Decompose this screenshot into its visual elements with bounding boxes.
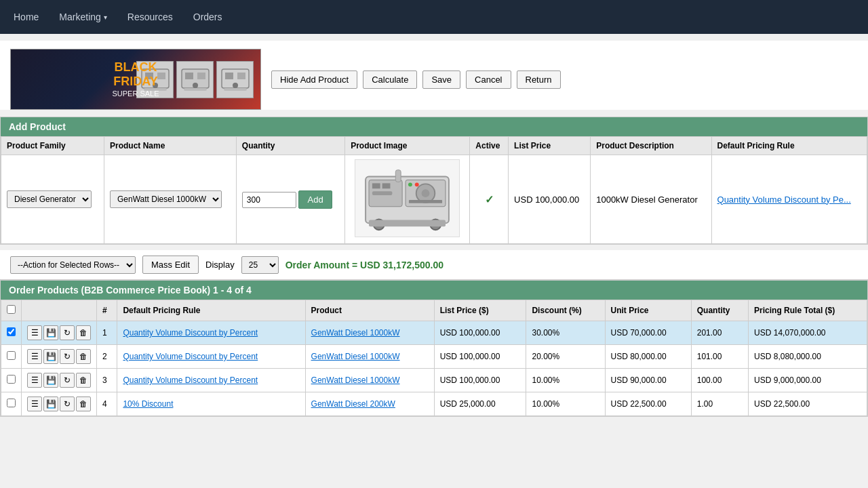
row-checkbox[interactable] [7, 375, 16, 384]
svg-rect-29 [409, 200, 442, 203]
product-link[interactable]: GenWatt Diesel 1000kW [311, 375, 400, 385]
svg-point-22 [422, 189, 430, 197]
row-checkbox[interactable] [7, 399, 16, 407]
default-pricing-rule-link[interactable]: Quantity Volume Discount by Pe... [717, 195, 851, 205]
product-description-cell: 1000kW Diesel Generator [591, 155, 711, 244]
banner-product-img-3 [216, 61, 254, 98]
calculate-button[interactable]: Calculate [363, 70, 417, 89]
add-product-table: Product Family Product Name Quantity Pro… [1, 136, 867, 244]
nav-marketing[interactable]: Marketing ▾ [59, 12, 106, 22]
edit-icon[interactable]: ☰ [27, 349, 42, 364]
row-pricing-rule-total: USD 8,080,000.00 [749, 345, 867, 369]
banner-product-img-2 [176, 61, 214, 98]
display-label: Display [205, 260, 235, 270]
col-default-pricing-rule-hdr: Default Pricing Rule [117, 300, 305, 321]
product-link[interactable]: GenWatt Diesel 200kW [311, 399, 395, 409]
row-num: 4 [97, 392, 117, 416]
row-unit-price: USD 22,500.00 [605, 392, 691, 416]
refresh-icon[interactable]: ↻ [60, 349, 75, 364]
product-link[interactable]: GenWatt Diesel 1000kW [311, 352, 400, 361]
edit-icon[interactable]: ☰ [27, 325, 42, 340]
return-button[interactable]: Return [517, 70, 561, 89]
product-family-select[interactable]: Diesel Generator Gas Generator Solar Gen… [7, 190, 92, 208]
nav-resources[interactable]: Resources [127, 12, 173, 22]
pricing-rule-link[interactable]: 10% Discount [123, 399, 173, 409]
row-quantity: 100.00 [691, 369, 748, 392]
row-product: GenWatt Diesel 1000kW [305, 369, 434, 392]
col-discount-hdr: Discount (%) [526, 300, 605, 321]
order-products-table: # Default Pricing Rule Product List Pric… [1, 300, 867, 416]
refresh-icon[interactable]: ↻ [60, 373, 75, 388]
order-products-section: Order Products (B2B Commerce Price Book)… [0, 280, 868, 417]
row-actions-cell: ☰ 💾 ↻ 🗑 [22, 369, 97, 392]
col-row-num: # [97, 300, 117, 321]
active-checkmark: ✓ [485, 194, 494, 205]
delete-icon[interactable]: 🗑 [76, 373, 91, 388]
col-select-all [1, 300, 22, 321]
row-quantity: 1.00 [691, 392, 748, 416]
add-product-row: Diesel Generator Gas Generator Solar Gen… [1, 155, 867, 244]
copy-icon[interactable]: 💾 [43, 373, 58, 388]
row-checkbox-cell [1, 321, 22, 345]
pricing-rule-link[interactable]: Quantity Volume Discount by Percent [123, 352, 258, 361]
action-select[interactable]: --Action for Selected Rows-- [10, 256, 136, 274]
row-actions-cell: ☰ 💾 ↻ 🗑 [22, 321, 97, 345]
product-name-select[interactable]: GenWatt Diesel 1000kW GenWatt Diesel 200… [110, 190, 222, 208]
row-list-price: USD 100,000.00 [434, 369, 526, 392]
row-product: GenWatt Diesel 1000kW [305, 345, 434, 369]
table-row: ☰ 💾 ↻ 🗑 4 10% Discount GenWatt Diesel 20… [1, 392, 867, 416]
hide-add-product-button[interactable]: Hide Add Product [271, 70, 357, 89]
add-product-header: Add Product [1, 117, 867, 136]
copy-icon[interactable]: 💾 [43, 325, 58, 340]
edit-icon[interactable]: ☰ [27, 373, 42, 388]
row-unit-price: USD 70,000.00 [605, 321, 691, 345]
col-pricing-rule-total-hdr: Pricing Rule Total ($) [749, 300, 867, 321]
delete-icon[interactable]: 🗑 [76, 396, 91, 411]
list-price-cell: USD 100,000.00 [509, 155, 591, 244]
display-select[interactable]: 25 50 100 [241, 256, 279, 274]
svg-rect-18 [382, 183, 391, 188]
copy-icon[interactable]: 💾 [43, 349, 58, 364]
col-product-image: Product Image [345, 137, 470, 155]
refresh-icon[interactable]: ↻ [60, 325, 75, 340]
mass-edit-button[interactable]: Mass Edit [142, 256, 199, 274]
row-checkbox[interactable] [7, 327, 16, 336]
delete-icon[interactable]: 🗑 [76, 325, 91, 340]
select-all-checkbox[interactable] [7, 305, 16, 314]
save-button[interactable]: Save [422, 70, 460, 89]
edit-icon[interactable]: ☰ [27, 396, 42, 411]
row-checkbox[interactable] [7, 351, 16, 360]
row-product: GenWatt Diesel 200kW [305, 392, 434, 416]
row-quantity: 101.00 [691, 345, 748, 369]
row-unit-price: USD 80,000.00 [605, 345, 691, 369]
copy-icon[interactable]: 💾 [43, 396, 58, 411]
quantity-input[interactable] [242, 192, 296, 208]
row-default-pricing-rule: 10% Discount [117, 392, 305, 416]
refresh-icon[interactable]: ↻ [60, 396, 75, 411]
cancel-button[interactable]: Cancel [466, 70, 511, 89]
row-actions-cell: ☰ 💾 ↻ 🗑 [22, 345, 97, 369]
nav-orders[interactable]: Orders [193, 12, 222, 22]
col-default-pricing-rule: Default Pricing Rule [711, 137, 867, 155]
main-content: BLACKFRIDAYSUPER SALE [0, 34, 868, 424]
add-button[interactable]: Add [298, 190, 332, 209]
product-link[interactable]: GenWatt Diesel 1000kW [311, 328, 400, 338]
col-quantity: Quantity [236, 137, 344, 155]
col-list-price-hdr: List Price ($) [434, 300, 526, 321]
svg-rect-11 [225, 73, 233, 79]
pricing-rule-link[interactable]: Quantity Volume Discount by Percent [123, 375, 258, 385]
nav-home[interactable]: Home [14, 12, 39, 22]
product-image-cell [345, 155, 470, 244]
row-quantity: 201.00 [691, 321, 748, 345]
row-checkbox-cell [1, 345, 22, 369]
pricing-rule-link[interactable]: Quantity Volume Discount by Percent [123, 328, 258, 338]
table-row: ☰ 💾 ↻ 🗑 2 Quantity Volume Discount by Pe… [1, 345, 867, 369]
col-actions [22, 300, 97, 321]
row-pricing-rule-total: USD 9,000,000.00 [749, 369, 867, 392]
product-image [355, 159, 460, 237]
delete-icon[interactable]: 🗑 [76, 349, 91, 364]
col-active: Active [470, 137, 509, 155]
chevron-down-icon: ▾ [104, 14, 107, 21]
row-checkbox-cell [1, 369, 22, 392]
row-discount: 30.00% [526, 321, 605, 345]
